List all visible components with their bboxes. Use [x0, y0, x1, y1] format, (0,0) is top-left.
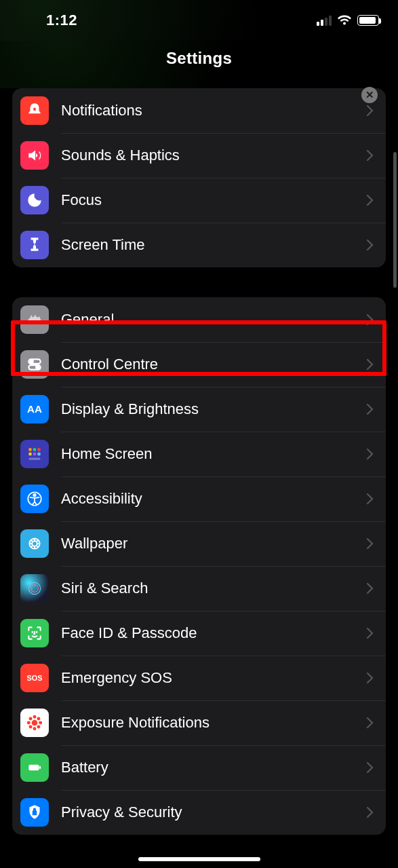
- settings-row-label: Focus: [61, 191, 367, 209]
- close-icon[interactable]: ✕: [361, 87, 378, 103]
- svg-rect-28: [28, 765, 39, 771]
- wifi-icon: [337, 15, 352, 26]
- faceid-icon: [20, 619, 49, 647]
- settings-row-label: Siri & Search: [61, 580, 367, 597]
- settings-row-label: Display & Brightness: [61, 400, 367, 418]
- chevron-right-icon: [367, 105, 374, 116]
- wallpaper-icon: [20, 529, 49, 558]
- settings-list: Notifications Sounds & Haptics Focus Scr…: [0, 88, 398, 835]
- siri-icon: [20, 574, 49, 603]
- chevron-right-icon: [367, 150, 374, 161]
- settings-row-label: Accessibility: [61, 490, 367, 508]
- notifications-icon: [20, 96, 49, 125]
- settings-row-general[interactable]: General: [12, 297, 386, 342]
- settings-row-label: Face ID & Passcode: [61, 624, 367, 642]
- settings-row-label: Wallpaper: [61, 535, 367, 552]
- cellular-signal-icon: [317, 15, 332, 26]
- settings-row-exposure[interactable]: Exposure Notifications: [12, 700, 386, 745]
- chevron-right-icon: [367, 449, 374, 459]
- privacy-icon: [20, 798, 49, 827]
- settings-row-accessibility[interactable]: Accessibility: [12, 476, 386, 521]
- settings-row-display[interactable]: AA Display & Brightness: [12, 387, 386, 432]
- svg-point-20: [34, 716, 36, 718]
- chevron-right-icon: [367, 404, 374, 415]
- settings-row-label: Battery: [61, 759, 367, 776]
- svg-rect-29: [39, 766, 41, 769]
- settings-row-label: Sounds & Haptics: [61, 147, 367, 164]
- settings-group-1: Notifications Sounds & Haptics Focus Scr…: [12, 88, 386, 267]
- home-screen-icon: [20, 440, 49, 468]
- svg-text:AA: AA: [27, 403, 42, 415]
- settings-row-battery[interactable]: Battery: [12, 745, 386, 790]
- page-title: Settings: [0, 49, 398, 68]
- chevron-right-icon: [367, 717, 374, 728]
- home-indicator[interactable]: [138, 857, 260, 861]
- svg-rect-5: [28, 448, 31, 451]
- svg-point-23: [39, 722, 41, 724]
- chevron-right-icon: [367, 673, 374, 683]
- status-icons: [317, 15, 379, 26]
- sounds-icon: [20, 141, 49, 170]
- svg-point-16: [28, 582, 40, 594]
- status-bar: 1:12: [0, 0, 398, 41]
- page-header: Settings: [0, 41, 398, 88]
- general-icon: [20, 305, 49, 334]
- chevron-right-icon: [367, 628, 374, 639]
- svg-point-25: [38, 718, 40, 720]
- svg-point-22: [28, 722, 30, 724]
- settings-row-label: Home Screen: [61, 445, 367, 463]
- settings-row-siri[interactable]: Siri & Search: [12, 566, 386, 611]
- chevron-right-icon: [367, 493, 374, 504]
- battery-row-icon: [20, 753, 49, 782]
- status-time: 1:12: [46, 12, 77, 29]
- svg-text:SOS: SOS: [27, 674, 43, 682]
- chevron-right-icon: [367, 195, 374, 206]
- settings-row-label: Screen Time: [61, 236, 367, 254]
- settings-row-faceid[interactable]: Face ID & Passcode: [12, 611, 386, 656]
- svg-point-15: [32, 541, 37, 546]
- settings-row-label: Exposure Notifications: [61, 714, 367, 732]
- chevron-right-icon: [367, 359, 374, 370]
- settings-row-privacy[interactable]: Privacy & Security: [12, 790, 386, 835]
- svg-point-3: [36, 366, 39, 369]
- settings-row-label: General: [61, 311, 367, 328]
- svg-rect-6: [33, 448, 36, 451]
- svg-rect-11: [28, 457, 40, 459]
- chevron-right-icon: [367, 314, 374, 325]
- screentime-icon: [20, 231, 49, 259]
- settings-row-sounds[interactable]: Sounds & Haptics: [12, 133, 386, 178]
- svg-rect-8: [28, 453, 31, 455]
- chevron-right-icon: [367, 240, 374, 250]
- svg-point-1: [31, 360, 33, 363]
- svg-point-13: [33, 494, 35, 496]
- settings-row-emergency-sos[interactable]: SOS Emergency SOS: [12, 656, 386, 700]
- chevron-right-icon: [367, 538, 374, 549]
- settings-row-home-screen[interactable]: Home Screen: [12, 432, 386, 476]
- focus-icon: [20, 186, 49, 214]
- settings-group-2: General Control Centre AA Display & Brig…: [12, 297, 386, 835]
- settings-row-screentime[interactable]: Screen Time: [12, 223, 386, 267]
- sos-icon: SOS: [20, 664, 49, 692]
- svg-point-21: [34, 728, 36, 730]
- svg-point-17: [31, 585, 39, 592]
- settings-row-focus[interactable]: Focus: [12, 178, 386, 223]
- exposure-icon: [20, 709, 49, 737]
- settings-row-control-centre[interactable]: Control Centre: [12, 342, 386, 387]
- control-centre-icon: [20, 350, 49, 379]
- display-icon: AA: [20, 395, 49, 423]
- svg-point-27: [38, 726, 40, 728]
- svg-rect-7: [37, 448, 40, 451]
- settings-row-notifications[interactable]: Notifications: [12, 88, 386, 133]
- svg-point-26: [30, 726, 32, 728]
- settings-row-label: Notifications: [61, 102, 367, 119]
- settings-row-wallpaper[interactable]: Wallpaper: [12, 521, 386, 566]
- svg-rect-9: [33, 453, 36, 455]
- scrollbar[interactable]: [393, 152, 397, 288]
- settings-row-label: Control Centre: [61, 356, 367, 373]
- settings-row-label: Privacy & Security: [61, 804, 367, 821]
- accessibility-icon: [20, 485, 49, 513]
- svg-point-19: [33, 721, 37, 725]
- svg-point-24: [30, 718, 32, 720]
- chevron-right-icon: [367, 807, 374, 818]
- chevron-right-icon: [367, 762, 374, 773]
